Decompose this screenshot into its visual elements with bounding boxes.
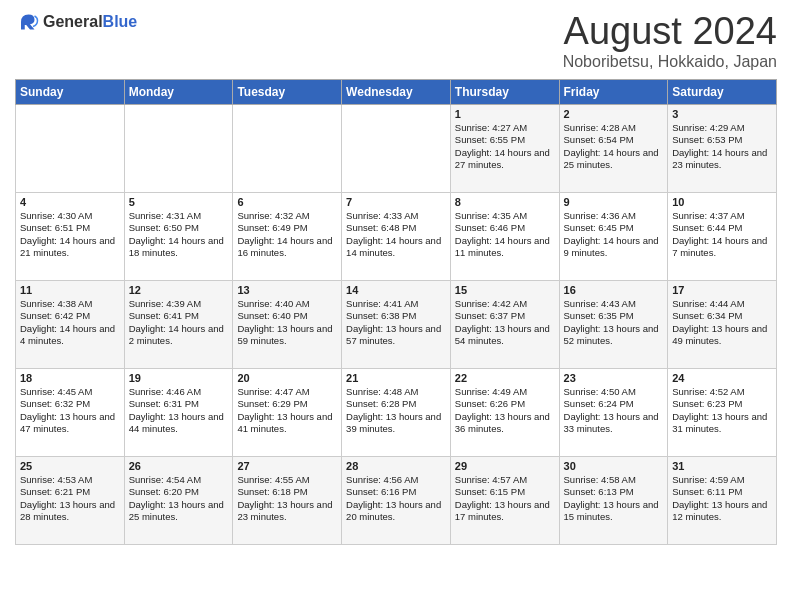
day-info: Sunset: 6:55 PM: [455, 134, 555, 146]
day-info: Sunrise: 4:33 AM: [346, 210, 446, 222]
day-info: Sunset: 6:16 PM: [346, 486, 446, 498]
day-number: 29: [455, 460, 555, 472]
day-info: Sunrise: 4:29 AM: [672, 122, 772, 134]
calendar-cell: 16Sunrise: 4:43 AMSunset: 6:35 PMDayligh…: [559, 281, 668, 369]
day-info: Sunset: 6:46 PM: [455, 222, 555, 234]
day-info: Sunset: 6:20 PM: [129, 486, 229, 498]
day-number: 12: [129, 284, 229, 296]
days-of-week-row: SundayMondayTuesdayWednesdayThursdayFrid…: [16, 80, 777, 105]
calendar-cell: 1Sunrise: 4:27 AMSunset: 6:55 PMDaylight…: [450, 105, 559, 193]
day-info: Sunrise: 4:54 AM: [129, 474, 229, 486]
day-number: 1: [455, 108, 555, 120]
day-info: Sunrise: 4:58 AM: [564, 474, 664, 486]
day-info: Sunrise: 4:53 AM: [20, 474, 120, 486]
calendar-cell: 13Sunrise: 4:40 AMSunset: 6:40 PMDayligh…: [233, 281, 342, 369]
day-info: Sunset: 6:15 PM: [455, 486, 555, 498]
day-info: Sunrise: 4:42 AM: [455, 298, 555, 310]
day-info: Daylight: 14 hours and 18 minutes.: [129, 235, 229, 260]
day-number: 27: [237, 460, 337, 472]
calendar-cell: 21Sunrise: 4:48 AMSunset: 6:28 PMDayligh…: [342, 369, 451, 457]
day-number: 19: [129, 372, 229, 384]
day-info: Sunset: 6:38 PM: [346, 310, 446, 322]
day-info: Sunrise: 4:52 AM: [672, 386, 772, 398]
day-info: Sunset: 6:13 PM: [564, 486, 664, 498]
day-info: Sunrise: 4:43 AM: [564, 298, 664, 310]
day-number: 14: [346, 284, 446, 296]
day-info: Sunrise: 4:27 AM: [455, 122, 555, 134]
day-info: Sunrise: 4:59 AM: [672, 474, 772, 486]
day-info: Sunrise: 4:31 AM: [129, 210, 229, 222]
day-info: Sunrise: 4:48 AM: [346, 386, 446, 398]
day-number: 26: [129, 460, 229, 472]
day-info: Sunrise: 4:46 AM: [129, 386, 229, 398]
day-number: 8: [455, 196, 555, 208]
day-number: 11: [20, 284, 120, 296]
day-number: 4: [20, 196, 120, 208]
calendar-cell: 15Sunrise: 4:42 AMSunset: 6:37 PMDayligh…: [450, 281, 559, 369]
day-info: Sunset: 6:11 PM: [672, 486, 772, 498]
logo-text-blue: Blue: [103, 13, 138, 30]
day-info: Daylight: 13 hours and 57 minutes.: [346, 323, 446, 348]
calendar-cell: 3Sunrise: 4:29 AMSunset: 6:53 PMDaylight…: [668, 105, 777, 193]
day-info: Daylight: 14 hours and 16 minutes.: [237, 235, 337, 260]
calendar-cell: 26Sunrise: 4:54 AMSunset: 6:20 PMDayligh…: [124, 457, 233, 545]
calendar-cell: 20Sunrise: 4:47 AMSunset: 6:29 PMDayligh…: [233, 369, 342, 457]
logo-text-general: General: [43, 13, 103, 30]
day-info: Daylight: 13 hours and 47 minutes.: [20, 411, 120, 436]
calendar-table: SundayMondayTuesdayWednesdayThursdayFrid…: [15, 79, 777, 545]
day-info: Sunrise: 4:49 AM: [455, 386, 555, 398]
day-info: Daylight: 13 hours and 31 minutes.: [672, 411, 772, 436]
week-row-3: 11Sunrise: 4:38 AMSunset: 6:42 PMDayligh…: [16, 281, 777, 369]
day-info: Daylight: 13 hours and 20 minutes.: [346, 499, 446, 524]
week-row-2: 4Sunrise: 4:30 AMSunset: 6:51 PMDaylight…: [16, 193, 777, 281]
calendar-cell: 22Sunrise: 4:49 AMSunset: 6:26 PMDayligh…: [450, 369, 559, 457]
calendar-cell: 14Sunrise: 4:41 AMSunset: 6:38 PMDayligh…: [342, 281, 451, 369]
day-info: Daylight: 13 hours and 44 minutes.: [129, 411, 229, 436]
day-of-week-saturday: Saturday: [668, 80, 777, 105]
day-info: Daylight: 14 hours and 21 minutes.: [20, 235, 120, 260]
day-info: Sunrise: 4:37 AM: [672, 210, 772, 222]
day-number: 21: [346, 372, 446, 384]
day-number: 28: [346, 460, 446, 472]
day-info: Daylight: 14 hours and 7 minutes.: [672, 235, 772, 260]
calendar-cell: [233, 105, 342, 193]
day-number: 31: [672, 460, 772, 472]
calendar-cell: [16, 105, 125, 193]
day-number: 23: [564, 372, 664, 384]
calendar-cell: [342, 105, 451, 193]
logo-icon: [15, 10, 39, 34]
day-info: Sunset: 6:21 PM: [20, 486, 120, 498]
day-info: Daylight: 13 hours and 17 minutes.: [455, 499, 555, 524]
day-number: 5: [129, 196, 229, 208]
day-number: 20: [237, 372, 337, 384]
day-number: 22: [455, 372, 555, 384]
header: GeneralBlue August 2024 Noboribetsu, Hok…: [15, 10, 777, 71]
calendar-cell: 30Sunrise: 4:58 AMSunset: 6:13 PMDayligh…: [559, 457, 668, 545]
calendar-cell: 18Sunrise: 4:45 AMSunset: 6:32 PMDayligh…: [16, 369, 125, 457]
day-info: Sunset: 6:26 PM: [455, 398, 555, 410]
day-info: Daylight: 14 hours and 11 minutes.: [455, 235, 555, 260]
day-info: Sunrise: 4:50 AM: [564, 386, 664, 398]
day-info: Sunset: 6:28 PM: [346, 398, 446, 410]
calendar-title: August 2024: [563, 10, 777, 53]
calendar-cell: 19Sunrise: 4:46 AMSunset: 6:31 PMDayligh…: [124, 369, 233, 457]
logo: GeneralBlue: [15, 10, 137, 34]
day-number: 7: [346, 196, 446, 208]
day-number: 9: [564, 196, 664, 208]
day-info: Sunrise: 4:36 AM: [564, 210, 664, 222]
calendar-cell: 28Sunrise: 4:56 AMSunset: 6:16 PMDayligh…: [342, 457, 451, 545]
day-number: 30: [564, 460, 664, 472]
calendar-body: 1Sunrise: 4:27 AMSunset: 6:55 PMDaylight…: [16, 105, 777, 545]
calendar-cell: 27Sunrise: 4:55 AMSunset: 6:18 PMDayligh…: [233, 457, 342, 545]
day-info: Sunset: 6:44 PM: [672, 222, 772, 234]
day-info: Daylight: 14 hours and 25 minutes.: [564, 147, 664, 172]
calendar-cell: 10Sunrise: 4:37 AMSunset: 6:44 PMDayligh…: [668, 193, 777, 281]
day-number: 25: [20, 460, 120, 472]
day-info: Sunset: 6:23 PM: [672, 398, 772, 410]
day-info: Daylight: 13 hours and 33 minutes.: [564, 411, 664, 436]
day-info: Daylight: 13 hours and 36 minutes.: [455, 411, 555, 436]
day-of-week-thursday: Thursday: [450, 80, 559, 105]
day-info: Daylight: 13 hours and 12 minutes.: [672, 499, 772, 524]
day-info: Sunset: 6:37 PM: [455, 310, 555, 322]
calendar-cell: 9Sunrise: 4:36 AMSunset: 6:45 PMDaylight…: [559, 193, 668, 281]
